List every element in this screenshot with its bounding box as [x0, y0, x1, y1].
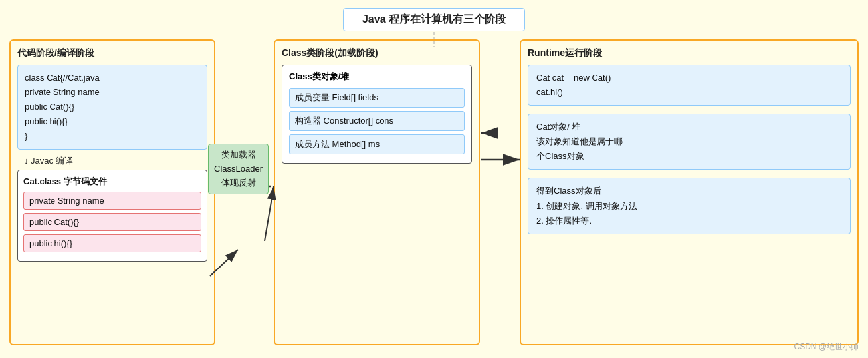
javac-label: ↓ Javac 编译	[24, 155, 207, 167]
class-obj-item-1: 构造器 Constructor[] cons	[289, 111, 465, 131]
phase1-container: 代码阶段/编译阶段 class Cat{//Cat.java private S…	[9, 39, 215, 345]
runtime-box3: 得到Class对象后 1. 创建对象, 调用对象方法 2. 操作属性等.	[528, 178, 851, 234]
phase2-container: Class类阶段(加载阶段) Class类对象/堆 成员变量 Field[] f…	[274, 39, 480, 345]
classloader-box: 类加载器ClassLoader体现反射	[208, 144, 269, 194]
bytecode-item-0: private String name	[23, 192, 201, 210]
class-obj-item-2: 成员方法 Method[] ms	[289, 134, 465, 154]
class-obj-title: Class类对象/堆	[289, 71, 465, 83]
sections-row: 代码阶段/编译阶段 class Cat{//Cat.java private S…	[0, 39, 868, 345]
runtime-box2: Cat对象/ 堆 该对象知道他是属于哪 个Class对象	[528, 114, 851, 170]
main-title: Java 程序在计算机有三个阶段	[343, 8, 525, 31]
bytecode-item-1: public Cat(){}	[23, 213, 201, 231]
phase2-title: Class类阶段(加载阶段)	[282, 47, 472, 59]
phase3-container: Runtime运行阶段 Cat cat = new Cat()cat.hi() …	[520, 39, 859, 345]
phase3-title: Runtime运行阶段	[528, 47, 851, 59]
class-obj-box: Class类对象/堆 成员变量 Field[] fields 构造器 Const…	[282, 65, 472, 164]
class-obj-item-0: 成员变量 Field[] fields	[289, 88, 465, 108]
watermark: CSDN @绝世小帅	[794, 341, 859, 353]
source-code-box: class Cat{//Cat.java private String name…	[17, 65, 207, 150]
bytecode-item-2: public hi(){}	[23, 234, 201, 252]
phase1-title: 代码阶段/编译阶段	[17, 47, 207, 59]
runtime-box1: Cat cat = new Cat()cat.hi()	[528, 65, 851, 106]
bytecode-title: Cat.class 字节码文件	[23, 176, 201, 188]
bytecode-section: Cat.class 字节码文件 private String name publ…	[17, 170, 207, 262]
